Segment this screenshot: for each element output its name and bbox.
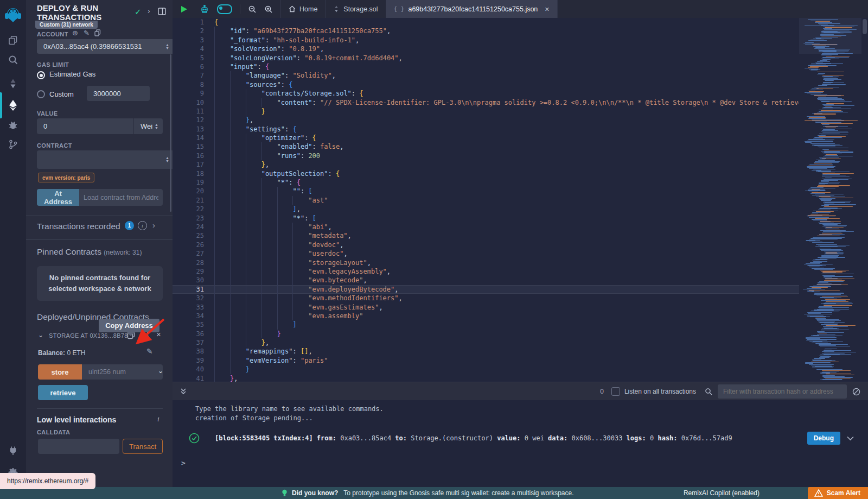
copy-account-icon[interactable] xyxy=(94,29,101,36)
edit-account-icon[interactable]: ✎ xyxy=(84,29,90,37)
code-line[interactable]: 34"evm.assembly" xyxy=(173,312,868,320)
load-contract-input[interactable] xyxy=(79,189,163,206)
code-line[interactable]: 38"remappings": [], xyxy=(173,347,868,356)
code-line[interactable]: 7"language": "Solidity", xyxy=(173,71,868,80)
custom-gas-option[interactable]: Custom xyxy=(49,90,74,98)
code-line[interactable]: 15"enabled": false, xyxy=(173,142,868,151)
code-line[interactable]: 18"outputSelection": { xyxy=(173,169,868,178)
code-line[interactable]: 22], xyxy=(173,205,868,213)
ai-assistant-icon[interactable] xyxy=(200,4,209,14)
git-icon[interactable] xyxy=(0,135,26,154)
code-line[interactable]: 37}, xyxy=(173,338,868,347)
custom-gas-input[interactable] xyxy=(87,86,150,101)
custom-gas-radio[interactable] xyxy=(37,90,45,98)
file-explorer-icon[interactable] xyxy=(0,30,26,50)
deploy-and-run-icon[interactable] xyxy=(0,94,26,116)
code-line[interactable]: 33"evm.gasEstimates", xyxy=(173,303,868,312)
code-line[interactable]: 10"content": "// SPDX-License-Identifier… xyxy=(173,98,868,107)
editor-scrollbar[interactable] xyxy=(861,18,868,382)
estimated-gas-option[interactable]: Estimated Gas xyxy=(49,70,95,78)
code-line[interactable]: 2"id": "a69b43f277ba20fcac141151250ca755… xyxy=(173,27,868,35)
code-line[interactable]: 5"solcLongVersion": "0.8.19+commit.7dd6d… xyxy=(173,54,868,62)
code-line[interactable]: 21"ast" xyxy=(173,196,868,205)
tab-json-buildinfo[interactable]: { } a69b43f277ba20fcac141151250ca755.jso… xyxy=(386,0,558,18)
minimap[interactable] xyxy=(799,18,861,382)
store-arg-input[interactable] xyxy=(82,364,163,380)
code-line[interactable]: 4"solcVersion": "0.8.19", xyxy=(173,45,868,53)
code-line[interactable]: 20"": [ xyxy=(173,187,868,195)
code-line[interactable]: 32"evm.methodIdentifiers", xyxy=(173,294,868,302)
code-line[interactable]: 23"*": [ xyxy=(173,214,868,223)
code-line[interactable]: 26"devdoc", xyxy=(173,241,868,249)
scam-alert-button[interactable]: Scam Alert xyxy=(808,487,868,499)
expand-tx-icon[interactable] xyxy=(847,436,854,441)
terminal-filter-input[interactable] xyxy=(718,384,847,399)
code-editor[interactable]: 1{2"id": "a69b43f277ba20fcac141151250ca7… xyxy=(173,18,868,382)
copilot-status[interactable]: RemixAI Copilot (enabled) xyxy=(684,489,760,497)
panel-forward-icon[interactable]: › xyxy=(148,7,150,15)
expand-store-icon[interactable]: ⌄ xyxy=(158,367,163,375)
low-level-info-icon[interactable]: i xyxy=(157,415,159,424)
run-script-icon[interactable] xyxy=(180,5,188,13)
expand-transactions-icon[interactable]: › xyxy=(152,220,155,230)
value-unit-select[interactable]: Wei ▲▼ xyxy=(134,118,163,134)
stepper-icon[interactable]: ▲▼ xyxy=(165,156,169,163)
code-line[interactable]: 1{ xyxy=(173,18,868,27)
code-line[interactable]: 17}, xyxy=(173,160,868,169)
code-line[interactable]: 3"_format": "hh-sol-build-info-1", xyxy=(173,36,868,45)
code-line[interactable]: 12}, xyxy=(173,116,868,124)
calldata-input[interactable] xyxy=(38,439,119,454)
close-tab-icon[interactable]: × xyxy=(545,5,549,14)
solidity-compiler-icon[interactable] xyxy=(0,74,26,93)
tab-storage-sol[interactable]: Storage.sol xyxy=(326,0,386,18)
tab-home[interactable]: Home xyxy=(280,0,326,18)
copilot-toggle[interactable] xyxy=(217,4,232,14)
terminal-prompt[interactable]: > xyxy=(181,459,186,467)
code-line[interactable]: 30"evm.bytecode", xyxy=(173,276,868,285)
info-icon[interactable]: i xyxy=(138,221,147,230)
code-line[interactable]: 28"storageLayout", xyxy=(173,258,868,267)
code-line[interactable]: 29"evm.legacyAssembly", xyxy=(173,267,868,276)
collapse-contract-icon[interactable]: ⌄ xyxy=(38,331,43,339)
code-line[interactable]: 6"input": { xyxy=(173,62,868,71)
value-input[interactable] xyxy=(37,118,133,134)
store-button[interactable]: store xyxy=(38,364,82,380)
code-line[interactable]: 35] xyxy=(173,320,868,329)
pin-panel-icon[interactable] xyxy=(158,8,166,15)
search-icon[interactable] xyxy=(0,50,26,70)
code-line[interactable]: 41}, xyxy=(173,374,868,382)
code-line[interactable]: 16"runs": 200 xyxy=(173,151,868,160)
zoom-in-icon[interactable] xyxy=(264,5,273,14)
code-line[interactable]: 24"abi", xyxy=(173,223,868,231)
estimated-gas-radio[interactable] xyxy=(37,71,45,79)
at-address-button[interactable]: At Address xyxy=(37,189,79,206)
contract-select[interactable]: ▲▼ xyxy=(37,150,176,169)
create-account-icon[interactable]: ⊕ xyxy=(72,29,78,37)
panel-scrollbar[interactable] xyxy=(170,54,171,212)
transact-button[interactable]: Transact xyxy=(123,439,163,454)
stepper-icon[interactable]: ▲▼ xyxy=(155,123,158,130)
code-line[interactable]: 27"userdoc", xyxy=(173,249,868,258)
listen-all-checkbox[interactable] xyxy=(611,387,620,396)
code-line[interactable]: 36} xyxy=(173,330,868,338)
code-line[interactable]: 14"optimizer": { xyxy=(173,134,868,142)
collapse-terminal-icon[interactable] xyxy=(180,388,187,395)
clear-console-icon[interactable] xyxy=(852,388,860,396)
retrieve-button[interactable]: retrieve xyxy=(38,385,88,400)
transaction-log-row[interactable]: [block:5583405 txIndex:4] from: 0xa03...… xyxy=(189,432,856,445)
plugin-manager-icon[interactable] xyxy=(0,441,26,460)
code-line[interactable]: 8"sources": { xyxy=(173,80,868,89)
code-line[interactable]: 40} xyxy=(173,365,868,374)
code-line[interactable]: 31"evm.deployedBytecode", xyxy=(173,285,868,294)
code-line[interactable]: 39"evmVersion": "paris" xyxy=(173,356,868,365)
debugger-icon[interactable] xyxy=(0,115,26,135)
debug-button[interactable]: Debug xyxy=(807,432,840,445)
code-line[interactable]: 25"metadata", xyxy=(173,231,868,240)
code-line[interactable]: 9"contracts/Storage.sol": { xyxy=(173,89,868,98)
code-line[interactable]: 11} xyxy=(173,107,868,116)
code-line[interactable]: 13"settings": { xyxy=(173,125,868,134)
code-line[interactable]: 19"*": { xyxy=(173,178,868,187)
account-select[interactable]: 0xA03...85ac4 (0.39866531531 ▲▼ xyxy=(37,39,176,54)
stepper-icon[interactable]: ▲▼ xyxy=(165,43,169,50)
zoom-out-icon[interactable] xyxy=(248,5,257,14)
